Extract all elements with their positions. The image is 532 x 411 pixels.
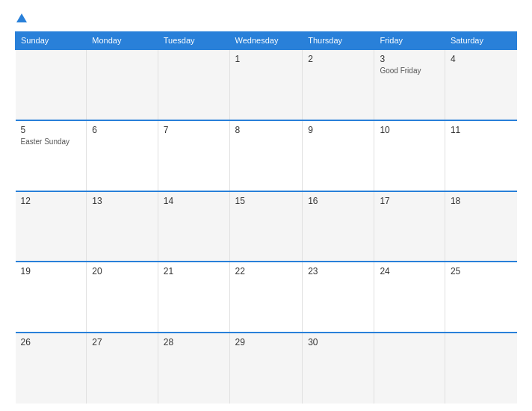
- day-cell: 29: [229, 333, 303, 404]
- logo: [15, 13, 27, 24]
- day-cell: 27: [87, 333, 158, 404]
- day-cell: 4: [445, 49, 516, 120]
- day-cell: 18: [445, 191, 516, 262]
- page: Sunday Monday Tuesday Wednesday Thursday…: [0, 0, 532, 411]
- col-friday: Friday: [374, 32, 445, 50]
- calendar-header: [15, 13, 517, 24]
- day-cell: 28: [158, 333, 229, 404]
- day-cell: 1: [229, 49, 303, 120]
- day-cell: 13: [87, 191, 158, 262]
- day-cell: 22: [229, 262, 303, 333]
- day-cell: 15: [229, 191, 303, 262]
- day-cell: 14: [158, 191, 229, 262]
- calendar-table: Sunday Monday Tuesday Wednesday Thursday…: [15, 31, 517, 404]
- col-wednesday: Wednesday: [229, 32, 303, 50]
- logo-triangle-icon: [16, 13, 27, 22]
- col-monday: Monday: [87, 32, 158, 50]
- day-cell: 6: [87, 120, 158, 191]
- day-cell: 8: [229, 120, 303, 191]
- day-cell: 10: [374, 120, 445, 191]
- col-tuesday: Tuesday: [158, 32, 229, 50]
- day-cell: 19: [16, 262, 87, 333]
- day-cell: 21: [158, 262, 229, 333]
- day-cell: 26: [16, 333, 87, 404]
- day-cell: 16: [303, 191, 374, 262]
- day-cell: 17: [374, 191, 445, 262]
- day-cell: [158, 49, 229, 120]
- day-cell-good-friday: 3Good Friday: [374, 49, 445, 120]
- week-row-5: 26 27 28 29 30: [16, 333, 517, 404]
- day-cell: 24: [374, 262, 445, 333]
- day-cell: 11: [445, 120, 516, 191]
- week-row-2: 5 Easter Sunday 6 7 8 9 10 11: [16, 120, 517, 191]
- day-cell-empty: [445, 333, 516, 404]
- day-cell: 25: [445, 262, 516, 333]
- day-cell: 30: [303, 333, 374, 404]
- day-cell: 7: [158, 120, 229, 191]
- weekday-header-row: Sunday Monday Tuesday Wednesday Thursday…: [16, 32, 517, 50]
- week-row-3: 12 13 14 15 16 17 18: [16, 191, 517, 262]
- day-cell-easter: 5 Easter Sunday: [16, 120, 87, 191]
- day-cell: 9: [303, 120, 374, 191]
- day-cell: 2: [303, 49, 374, 120]
- col-thursday: Thursday: [303, 32, 374, 50]
- col-sunday: Sunday: [16, 32, 87, 50]
- col-saturday: Saturday: [445, 32, 516, 50]
- day-cell: [87, 49, 158, 120]
- week-row-1: 1 2 3Good Friday 4: [16, 49, 517, 120]
- day-cell-empty: [374, 333, 445, 404]
- day-cell: 20: [87, 262, 158, 333]
- day-cell: 12: [16, 191, 87, 262]
- week-row-4: 19 20 21 22 23 24 25: [16, 262, 517, 333]
- day-cell: [16, 49, 87, 120]
- day-cell: 23: [303, 262, 374, 333]
